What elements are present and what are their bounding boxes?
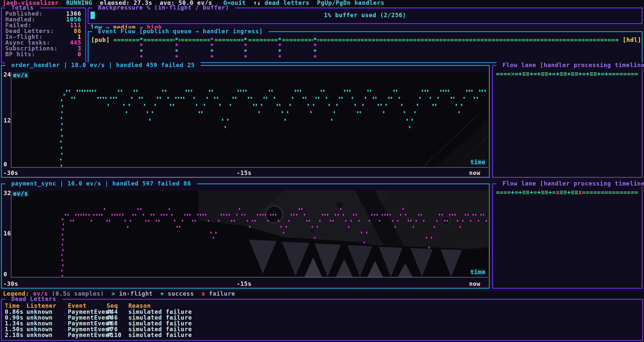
data-point — [196, 104, 197, 106]
totals-label: Dead Letters: — [5, 28, 54, 34]
data-point — [319, 220, 320, 222]
data-point — [61, 165, 62, 167]
data-point — [348, 226, 349, 228]
data-point — [82, 90, 83, 92]
data-point — [60, 141, 62, 143]
data-point — [96, 214, 97, 216]
data-point — [453, 97, 454, 99]
totals-row: Async tasks:445 — [5, 40, 81, 46]
y-tick-mid: 16 — [4, 231, 10, 236]
data-point — [396, 90, 397, 92]
data-point — [355, 104, 356, 106]
data-point — [269, 90, 270, 92]
data-point — [251, 97, 252, 99]
data-point — [365, 97, 366, 99]
token-g: ======== — [608, 71, 638, 77]
data-point — [121, 90, 122, 92]
token-key[interactable]: PgUp/PgDn handlers — [317, 0, 384, 6]
data-point — [258, 111, 260, 113]
data-point — [349, 90, 350, 92]
data-point — [401, 104, 402, 106]
data-point — [427, 90, 428, 92]
event-flow-pipe: ========================================… — [113, 37, 619, 43]
totals-row: Handled:1056 — [5, 17, 81, 22]
data-point — [145, 220, 147, 222]
data-point — [261, 104, 262, 106]
data-point — [287, 111, 288, 113]
data-point — [218, 220, 219, 222]
data-point — [61, 117, 62, 119]
data-point — [391, 97, 392, 99]
data-point — [235, 97, 236, 99]
data-point — [419, 97, 421, 99]
data-point — [327, 214, 328, 216]
data-point — [308, 104, 309, 106]
table-cell: #110 — [107, 332, 122, 338]
data-point — [270, 214, 271, 216]
data-point — [310, 111, 312, 113]
data-point — [273, 214, 274, 216]
data-point — [61, 135, 63, 137]
flow-event-star: * — [210, 54, 214, 60]
totals-row: BP hits:0 — [5, 51, 81, 57]
data-point — [315, 97, 317, 99]
data-point — [73, 220, 74, 222]
data-point — [471, 90, 473, 92]
y-tick-zero: 0 — [4, 162, 10, 167]
data-point — [332, 220, 334, 222]
data-point — [225, 126, 226, 128]
data-point — [61, 147, 62, 149]
data-point — [62, 259, 63, 261]
data-point — [297, 90, 299, 92]
data-point — [92, 90, 93, 92]
data-point — [62, 244, 63, 246]
backpressure-status: 1% buffer used (2/256) — [89, 12, 642, 18]
data-point — [335, 214, 336, 216]
data-point — [210, 232, 212, 234]
data-point — [443, 90, 444, 92]
totals-label: Handled: — [5, 17, 35, 22]
flow-event-star: * — [139, 49, 143, 54]
totals-row: Published:1366 — [5, 11, 81, 17]
data-point — [362, 104, 364, 106]
data-point — [118, 90, 119, 92]
data-point — [345, 220, 346, 222]
flow-event-star: * — [244, 54, 248, 60]
data-point — [247, 220, 248, 222]
data-point — [306, 220, 308, 222]
dead-letters-panel: Dead Letters TimeListenerEventSeqReason … — [1, 299, 643, 341]
y-axis-unit-label: ev/s — [12, 72, 29, 78]
table-cell: simulated failure — [128, 315, 192, 321]
flow-lane-title: Flow lane [handler processing timeline] — [496, 181, 644, 186]
data-point — [402, 208, 404, 210]
data-point — [478, 220, 479, 222]
data-point — [336, 104, 338, 106]
data-point — [465, 214, 466, 216]
data-point — [399, 97, 400, 99]
data-point — [219, 104, 221, 106]
column-header: Time — [5, 303, 20, 309]
token-key[interactable]: dead letters — [265, 0, 309, 6]
data-point — [199, 111, 200, 113]
data-point — [64, 94, 65, 96]
totals-value: 3 — [77, 46, 81, 51]
token-g: = — [582, 71, 586, 77]
token-c: + — [530, 71, 534, 77]
data-point — [448, 90, 449, 92]
data-point — [90, 90, 91, 92]
data-point — [432, 104, 434, 106]
table-cell: 1.34s — [5, 321, 23, 326]
event-flow-panel-title: Event Flow [publish queue → handler ingr… — [92, 28, 269, 34]
totals-label: Failed: — [5, 22, 32, 28]
data-point — [295, 90, 296, 92]
flow-event-star: * — [175, 37, 179, 43]
totals-row: Failed:111 — [5, 22, 81, 28]
data-point — [119, 214, 121, 216]
data-point — [440, 90, 442, 92]
flow-event-star: * — [278, 37, 282, 43]
data-point — [202, 214, 204, 216]
data-point — [69, 90, 70, 92]
data-point — [175, 97, 177, 99]
data-point — [222, 119, 223, 121]
token-c: + — [567, 71, 571, 77]
